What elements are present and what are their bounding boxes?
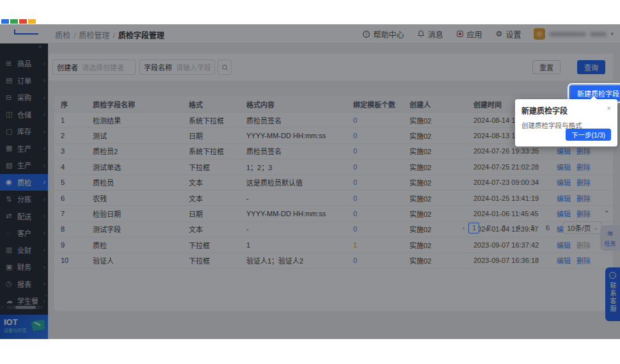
guide-dim-overlay — [0, 24, 620, 339]
close-icon[interactable]: × — [607, 105, 611, 112]
next-step-button[interactable]: 下一步(1/3) — [566, 129, 611, 141]
browser-tab-color-0 — [1, 19, 9, 24]
browser-tab-color-1 — [10, 19, 18, 24]
popup-arrow — [591, 96, 597, 99]
screenshot-stage: 质检/质检管理/质检字段管理 ?帮助中心消息应用⚙设置▾ ^ ⊞商品›▤订单›⊟… — [0, 0, 620, 364]
popup-title: 新建质检字段 — [521, 105, 568, 116]
popup-header: 新建质检字段 × — [521, 105, 611, 116]
browser-tab-color-2 — [19, 19, 27, 24]
browser-tab-strip — [1, 19, 36, 24]
guide-popup: 新建质检字段 × 创建质检字段与格式 下一步(1/3) — [515, 99, 617, 146]
browser-tab-color-3 — [28, 19, 36, 24]
